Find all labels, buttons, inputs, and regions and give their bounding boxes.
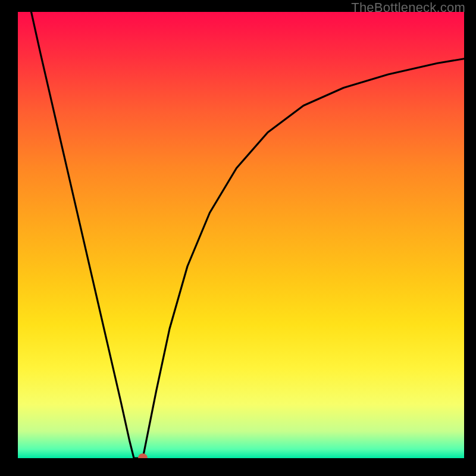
- chart-svg: [18, 12, 464, 458]
- watermark-text: TheBottleneck.com: [351, 0, 465, 15]
- chart-frame: TheBottleneck.com: [0, 0, 476, 476]
- optimum-marker: [138, 453, 148, 458]
- bottleneck-curve: [32, 12, 465, 458]
- plot-area: [18, 12, 464, 458]
